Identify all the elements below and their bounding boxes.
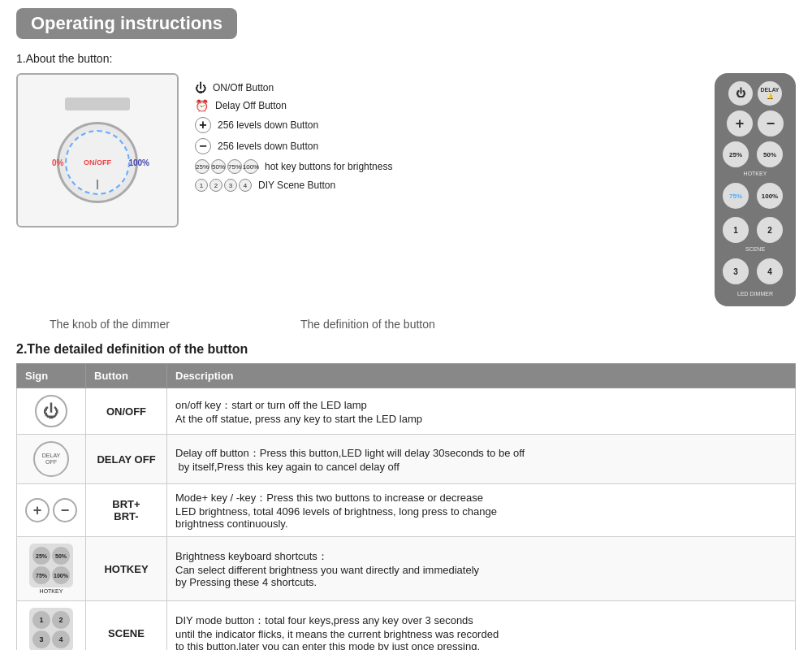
button-cell-scene: SCENE (86, 601, 167, 651)
legend-text-plus: 256 levels down Button (218, 119, 318, 131)
section1: 1.About the button: 0% ON/OFF 100% ⏻ ON/… (16, 52, 796, 331)
dimmer-knob-inner: 0% ON/OFF 100% (65, 130, 130, 195)
remote-power-btn: ⏻ (728, 81, 753, 106)
hotkey-sign-label: HOTKEY (40, 588, 63, 594)
legend-item-scene: 1 2 3 4 DIY Scene Button (195, 179, 698, 192)
button-cell-hotkey: HOTKEY (86, 537, 167, 601)
dimmer-knob-outer: 0% ON/OFF 100% (57, 122, 138, 203)
table-row-delay: DELAY OFF DELAY OFF Delay off button：Pre… (17, 435, 796, 484)
table-row-hotkey: 25% 50% 75% 100% HOTKEY HOTKEY Brightnes… (17, 537, 796, 601)
desc-cell-brt: Mode+ key / -key：Press this two buttons … (167, 484, 796, 537)
scene-sign-wrap: 1 2 3 4 SCENE (29, 608, 73, 650)
legend-area: ⏻ ON/Off Button ⏰ Delay Off Button + 256… (195, 73, 698, 192)
remote-hotkey-label: HOTKEY (744, 171, 767, 176)
plus-sign-btn: + (25, 498, 50, 522)
scene-icon-3: 3 (224, 179, 237, 192)
remote: ⏻ DELAY 🔔 + − 25% 50% (715, 73, 796, 306)
sc-sign-4: 4 (52, 630, 70, 648)
onoff-label: ON/OFF (84, 158, 111, 167)
legend-item-power: ⏻ ON/Off Button (195, 81, 698, 94)
remote-minus-btn: − (758, 110, 784, 136)
hotkey-icon-100: 100% (244, 159, 258, 174)
remote-hk-50: 50% (757, 141, 783, 167)
remote-sc-1: 1 (723, 217, 749, 243)
hotkey-icon-75: 75% (227, 159, 242, 174)
sign-cell-power: ⏻ (17, 388, 86, 435)
button-cell-brt: BRT+ BRT- (86, 484, 167, 537)
remote-sc-2: 2 (757, 217, 783, 243)
button-cell-onoff: ON/OFF (86, 388, 167, 435)
legend-text-minus: 256 levels down Button (218, 141, 318, 152)
section-header: Operating instructions (16, 8, 237, 39)
brt-sign: + − (25, 498, 77, 522)
section-title: Operating instructions (31, 13, 222, 33)
power-icon: ⏻ (195, 81, 206, 94)
hotkey-icon-50: 50% (211, 159, 226, 174)
legend-text-power: ON/Off Button (213, 82, 274, 93)
hotkey-sign-wrap: 25% 50% 75% 100% HOTKEY (29, 544, 73, 594)
table-row-onoff: ⏻ ON/OFF on/off key：start or turn off th… (17, 388, 796, 435)
desc-cell-hotkey: Brightness keyboard shortcuts： Can selec… (167, 537, 796, 601)
scene-icon-1: 1 (195, 179, 208, 192)
remote-plus-btn: + (727, 110, 753, 136)
caption-left: The knob of the dimmer (16, 318, 203, 331)
remote-hk-25: 25% (723, 141, 749, 167)
desc-cell-onoff: on/off key：start or turn off the LED lam… (167, 388, 796, 435)
remote-scene-label: SCENE (745, 246, 765, 252)
remote-hotkey-grid: 25% 50% (723, 141, 788, 167)
remote-delay-btn: DELAY 🔔 (758, 81, 782, 106)
button-cell-delay: DELAY OFF (86, 435, 167, 484)
section2-title: 2.The detailed definition of the button (16, 342, 796, 357)
hotkey-icons: 25% 50% 75% 100% (195, 159, 258, 174)
sc-sign-2: 2 (52, 611, 70, 629)
remote-sc-3: 3 (723, 258, 749, 284)
legend-text-scene: DIY Scene Button (258, 180, 335, 191)
hotkey-sign-grid: 25% 50% 75% 100% (29, 544, 73, 587)
remote-footer: LED DIMMER (737, 291, 773, 297)
hotkey-icon-25: 25% (195, 159, 209, 174)
section2: 2.The detailed definition of the button … (16, 342, 796, 650)
plus-icon: + (195, 117, 211, 133)
legend-text-delay: Delay Off Button (215, 100, 287, 111)
delay-icon: ⏰ (195, 99, 209, 112)
hk-sign-75: 75% (32, 566, 50, 584)
scene-icon-4: 4 (239, 179, 252, 192)
legend-item-delay: ⏰ Delay Off Button (195, 99, 698, 112)
legend-item-hotkey: 25% 50% 75% 100% hot key buttons for bri… (195, 159, 698, 174)
sign-cell-delay: DELAY OFF (17, 435, 86, 484)
knob-indicator (97, 180, 98, 189)
desc-cell-delay: Delay off button：Press this button,LED l… (167, 435, 796, 484)
sign-cell-scene: 1 2 3 4 SCENE (17, 601, 86, 651)
dimmer-label-100: 100% (128, 158, 149, 167)
table-row-scene: 1 2 3 4 SCENE SCENE DIY mode button：tota… (17, 601, 796, 651)
table-row-brt: + − BRT+ BRT- Mode+ key / -key：Press thi… (17, 484, 796, 537)
button-table: Sign Button Description ⏻ ON/OFF on/off … (16, 363, 796, 650)
remote-top-row: ⏻ DELAY 🔔 (721, 81, 789, 106)
legend-item-minus: − 256 levels down Button (195, 138, 698, 154)
dimmer-label-0: 0% (52, 158, 63, 167)
scene-icon-2: 2 (209, 179, 222, 192)
sc-sign-3: 3 (32, 630, 50, 648)
section1-title: 1.About the button: (16, 52, 796, 65)
remote-pm-row: + − (721, 110, 789, 136)
hk-sign-50: 50% (52, 547, 70, 565)
scene-sign-grid: 1 2 3 4 (29, 608, 73, 650)
desc-cell-scene: DIY mode button：total four keys,press an… (167, 601, 796, 651)
col-button: Button (86, 364, 167, 388)
scene-icons: 1 2 3 4 (195, 179, 252, 192)
dimmer-illustration: 0% ON/OFF 100% (16, 73, 179, 228)
col-description: Description (167, 364, 796, 388)
remote-hotkey-grid-2: 75% 100% (723, 183, 788, 209)
hk-sign-100: 100% (52, 566, 70, 584)
remote-wrap: ⏻ DELAY 🔔 + − 25% 50% (715, 73, 796, 306)
sign-cell-brt: + − (17, 484, 86, 537)
remote-hk-100: 100% (757, 183, 783, 209)
col-sign: Sign (17, 364, 86, 388)
minus-icon: − (195, 138, 211, 154)
legend-item-plus: + 256 levels down Button (195, 117, 698, 133)
remote-scene-grid-2: 3 4 (723, 258, 788, 284)
dimmer-slot (65, 98, 130, 110)
legend-text-hotkey: hot key buttons for brightness (265, 161, 392, 172)
caption-right: The definition of the button (300, 318, 435, 331)
sign-cell-hotkey: 25% 50% 75% 100% HOTKEY (17, 537, 86, 601)
